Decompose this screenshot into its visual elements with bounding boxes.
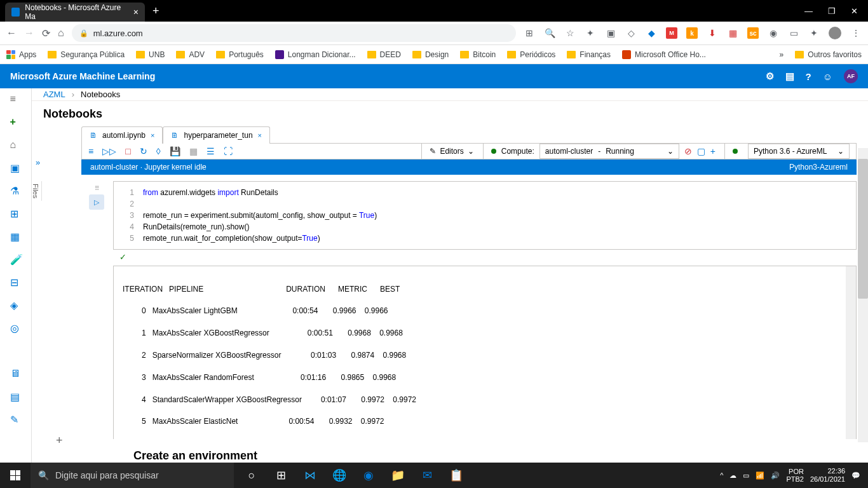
ext-icon[interactable]: ◇ xyxy=(625,27,637,39)
ext-icon[interactable]: ◉ xyxy=(768,27,779,39)
volume-icon[interactable]: 🔊 xyxy=(771,471,780,480)
home-icon[interactable]: ⌂ xyxy=(10,139,22,151)
minimize-icon[interactable]: — xyxy=(804,6,813,16)
files-expand-icon[interactable]: » xyxy=(36,158,40,167)
restart-icon[interactable]: ↻ xyxy=(140,146,147,156)
search-icon[interactable]: 🔍 xyxy=(544,27,555,39)
back-icon[interactable]: ← xyxy=(6,27,17,39)
bookmark-item[interactable]: Bitcoin xyxy=(460,50,496,59)
extensions-icon[interactable]: ✦ xyxy=(808,27,820,39)
designer-icon[interactable]: ⊞ xyxy=(10,208,22,219)
labeling-icon[interactable]: ✎ xyxy=(10,414,22,425)
notebooks-icon[interactable]: ▣ xyxy=(10,162,22,173)
wifi-icon[interactable]: 📶 xyxy=(756,471,764,480)
ext-icon[interactable]: ✦ xyxy=(585,27,596,39)
bookmark-item[interactable]: Português xyxy=(216,50,264,59)
taskbar-search[interactable]: 🔍 Digite aqui para pesquisar xyxy=(31,463,234,488)
menu-icon[interactable]: ⋮ xyxy=(850,27,862,39)
close-window-icon[interactable]: ✕ xyxy=(851,6,858,16)
onedrive-icon[interactable]: ☁ xyxy=(729,471,736,480)
add-icon[interactable]: + xyxy=(10,116,22,128)
chrome-icon[interactable]: 🌐 xyxy=(325,463,353,488)
ext-icon[interactable]: k xyxy=(686,27,698,39)
run-cell-button[interactable]: ▷ xyxy=(89,194,104,210)
run-all-icon[interactable]: ▷▷ xyxy=(102,146,116,156)
profile-avatar[interactable] xyxy=(829,27,841,39)
datastores-icon[interactable]: ▤ xyxy=(10,391,22,402)
ext-icon[interactable]: sc xyxy=(747,27,759,39)
breadcrumb-root[interactable]: AZML xyxy=(43,90,65,99)
ext-icon[interactable]: M xyxy=(666,27,677,39)
bookmarks-overflow[interactable]: » xyxy=(780,50,784,59)
translate-icon[interactable]: ⊞ xyxy=(524,27,535,39)
maximize-icon[interactable]: ❐ xyxy=(828,6,836,16)
file-tab-automl[interactable]: 🗎 automl.ipynb × xyxy=(81,126,163,144)
explorer-icon[interactable]: 📁 xyxy=(384,463,412,488)
file-tab-hyperparam[interactable]: 🗎 hyperparameter_tun × xyxy=(163,126,270,144)
user-avatar[interactable]: AF xyxy=(844,69,858,83)
battery-icon[interactable]: ▭ xyxy=(743,471,749,480)
bookmark-item[interactable]: UNB xyxy=(136,50,165,59)
files-panel-label[interactable]: Files xyxy=(32,181,42,201)
smile-icon[interactable]: ☺ xyxy=(823,71,832,82)
page-scroll-thumb[interactable] xyxy=(858,159,868,299)
datasets-icon[interactable]: ▦ xyxy=(10,231,22,242)
output-scrollbar[interactable] xyxy=(846,266,856,439)
add-cell-icon[interactable]: + xyxy=(56,434,63,447)
tab-close-icon[interactable]: × xyxy=(133,7,139,17)
ext-icon[interactable]: ◆ xyxy=(646,27,657,39)
clock[interactable]: 22:3626/01/2021 xyxy=(810,467,845,484)
drag-handle-icon[interactable]: ⠿ xyxy=(95,185,99,192)
reload-icon[interactable]: ⟳ xyxy=(42,27,50,39)
close-tab-icon[interactable]: × xyxy=(258,132,262,139)
bookmark-item[interactable]: DEED xyxy=(367,50,401,59)
stop-icon[interactable]: □ xyxy=(125,146,130,156)
menu-icon[interactable]: ≡ xyxy=(10,93,22,105)
ext-icon[interactable]: ▭ xyxy=(788,27,799,39)
ext-icon[interactable]: ▦ xyxy=(727,27,738,39)
forward-icon[interactable]: → xyxy=(24,27,34,39)
terminal-icon[interactable]: ▢ xyxy=(697,146,705,156)
settings-icon[interactable]: ⚙ xyxy=(766,71,774,82)
expand-icon[interactable]: ⛶ xyxy=(224,146,233,156)
ext-icon[interactable]: ▣ xyxy=(605,27,616,39)
bookmark-item[interactable]: Microsoft Office Ho... xyxy=(622,50,706,59)
help-icon[interactable]: ? xyxy=(806,71,811,82)
add-compute-icon[interactable]: + xyxy=(710,146,715,156)
bookmark-item[interactable]: Periódicos xyxy=(507,50,555,59)
menu-icon[interactable]: ≡ xyxy=(88,146,93,156)
tray-chevron-icon[interactable]: ^ xyxy=(720,471,723,479)
close-tab-icon[interactable]: × xyxy=(151,132,154,139)
address-bar[interactable]: 🔒 ml.azure.com xyxy=(72,24,516,42)
models-icon[interactable]: ◈ xyxy=(10,299,22,311)
kernel-selector[interactable]: Python 3.6 - AzureML ⌄ xyxy=(748,144,850,159)
stop-compute-icon[interactable]: ⊘ xyxy=(684,146,692,156)
feedback-icon[interactable]: ▤ xyxy=(785,71,794,82)
save-icon[interactable]: 💾 xyxy=(170,146,180,156)
variable-icon[interactable]: ▦ xyxy=(189,146,198,156)
list-icon[interactable]: ☰ xyxy=(207,146,215,156)
language-indicator[interactable]: PORPTB2 xyxy=(786,468,804,483)
new-tab-button[interactable]: + xyxy=(153,4,159,18)
clear-icon[interactable]: ◊ xyxy=(156,146,161,156)
bookmark-item[interactable]: Design xyxy=(412,50,449,59)
other-bookmarks[interactable]: Outros favoritos xyxy=(795,50,862,59)
compute-icon[interactable]: 🖥 xyxy=(10,368,22,379)
automl-icon[interactable]: ⚗ xyxy=(10,185,22,196)
mail-icon[interactable]: ✉ xyxy=(413,463,441,488)
app-icon[interactable]: 📋 xyxy=(442,463,470,488)
browser-tab[interactable]: Notebooks - Microsoft Azure Ma × xyxy=(5,3,145,22)
experiments-icon[interactable]: 🧪 xyxy=(10,254,22,265)
ext-icon[interactable]: ⬇ xyxy=(707,27,718,39)
bookmark-item[interactable]: ADV xyxy=(176,50,205,59)
bookmark-item[interactable]: Finanças xyxy=(567,50,611,59)
cortana-icon[interactable]: ○ xyxy=(238,463,266,488)
edge-icon[interactable]: ◉ xyxy=(355,463,383,488)
start-button[interactable] xyxy=(0,463,31,488)
compute-selector[interactable]: automl-cluster - Running ⌄ xyxy=(539,144,679,159)
endpoints-icon[interactable]: ◎ xyxy=(10,322,22,334)
star-icon[interactable]: ☆ xyxy=(564,27,576,39)
pipelines-icon[interactable]: ⊟ xyxy=(10,276,22,288)
notifications-icon[interactable]: 💬 xyxy=(851,471,860,480)
code-cell[interactable]: 1from azureml.widgets import RunDetails … xyxy=(113,181,857,250)
